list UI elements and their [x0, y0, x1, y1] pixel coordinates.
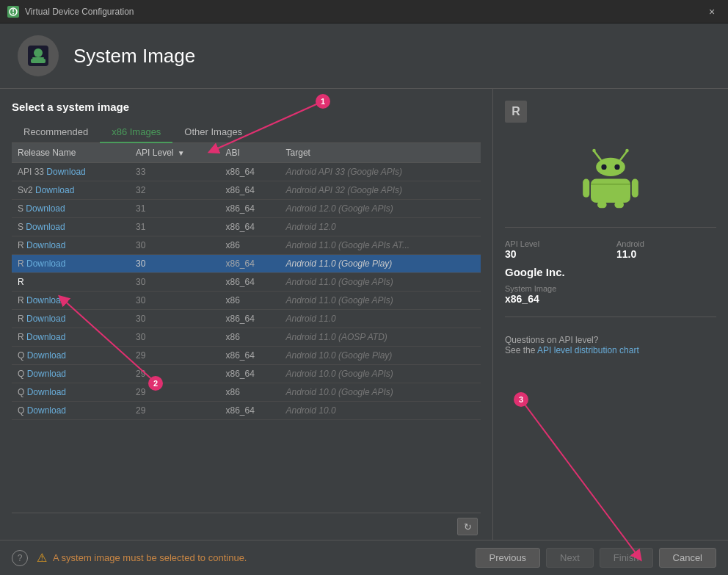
download-link[interactable]: Download — [27, 369, 66, 379]
cell-release: R Download — [12, 310, 130, 328]
app-icon — [7, 6, 19, 18]
cell-release: S Download — [12, 200, 130, 218]
cell-target: Android 11.0 (Google Play) — [280, 255, 481, 273]
download-link[interactable]: Download — [26, 240, 65, 250]
cell-target: Android 11.0 (Google APIs) — [280, 292, 481, 310]
table-row[interactable]: Q Download 29 x86 Android 10.0 (Google A… — [12, 383, 481, 402]
cell-release: Q Download — [12, 365, 130, 383]
cell-abi: x86 — [220, 292, 280, 310]
app-logo — [18, 35, 59, 76]
close-button[interactable]: × — [703, 3, 721, 21]
cell-target: Android 12.0 (Google APIs) — [280, 200, 481, 218]
download-link[interactable]: Download — [27, 405, 66, 416]
main-content: Select a system image Recommended x86 Im… — [0, 89, 728, 540]
annotation-3: 3 — [514, 392, 528, 407]
cell-api: 30 — [130, 255, 219, 273]
table-header-row: Release Name API Level ▼ ABI Target — [12, 143, 481, 163]
cell-api: 31 — [130, 218, 219, 236]
cell-abi: x86_64 — [220, 310, 280, 328]
svg-line-7 — [594, 151, 601, 160]
vendor-label: Google Inc. — [505, 266, 716, 278]
cell-target: Android 11.0 (Google APIs) — [280, 273, 481, 292]
release-badge: R — [505, 101, 527, 123]
window-title: Virtual Device Configuration — [25, 7, 134, 17]
table-row[interactable]: Sv2 Download 32 x86_64 Android API 32 (G… — [12, 181, 481, 200]
tab-x86-images[interactable]: x86 Images — [100, 122, 172, 143]
sort-icon: ▼ — [178, 149, 185, 157]
cell-api: 29 — [130, 383, 219, 402]
svg-rect-16 — [632, 179, 638, 198]
download-link[interactable]: Download — [27, 350, 66, 361]
table-row[interactable]: Q Download 29 x86_64 Android 10.0 — [12, 402, 481, 420]
download-link[interactable]: Download — [46, 167, 85, 177]
annotation-2: 2 — [148, 376, 163, 391]
cell-abi: x86_64 — [220, 181, 280, 200]
divider-1 — [505, 227, 716, 228]
cell-target: Android API 33 (Google APIs) — [280, 163, 481, 181]
table-row[interactable]: S Download 31 x86_64 Android 12.0 — [12, 218, 481, 236]
api-question: Questions on API level? See the API leve… — [505, 335, 716, 355]
download-link[interactable]: Download — [27, 387, 66, 397]
svg-rect-18 — [614, 201, 624, 208]
tab-recommended[interactable]: Recommended — [12, 122, 100, 143]
cell-target: Android API 32 (Google APIs) — [280, 181, 481, 200]
cell-abi: x86 — [220, 236, 280, 255]
download-link[interactable]: Download — [26, 258, 65, 269]
cell-target: Android 10.0 (Google APIs) — [280, 365, 481, 383]
table-row[interactable]: Q Download 29 x86_64 Android 10.0 (Googl… — [12, 347, 481, 365]
cell-release: R Download — [12, 236, 130, 255]
cancel-button[interactable]: Cancel — [659, 548, 716, 568]
previous-button[interactable]: Previous — [476, 548, 541, 568]
cell-abi: x86_64 — [220, 218, 280, 236]
col-release-name: Release Name — [12, 143, 130, 163]
table-row[interactable]: R Download 30 x86_64 Android 11.0 (Googl… — [12, 255, 481, 273]
warning-icon: ⚠ — [37, 551, 47, 565]
download-link[interactable]: Download — [26, 203, 65, 214]
android-robot-image — [505, 143, 716, 209]
download-link[interactable]: Download — [26, 332, 65, 342]
download-link[interactable]: Download — [35, 185, 74, 195]
next-button[interactable]: Next — [546, 548, 594, 568]
title-bar-left: Virtual Device Configuration — [7, 6, 134, 18]
cell-abi: x86_64 — [220, 200, 280, 218]
api-chart-link[interactable]: API level distribution chart — [537, 345, 639, 355]
svg-rect-15 — [583, 179, 589, 198]
cell-api: 30 — [130, 236, 219, 255]
system-image-label: System Image x86_64 — [505, 284, 605, 305]
col-abi: ABI — [220, 143, 280, 163]
cell-abi: x86_64 — [220, 402, 280, 420]
tab-other-images[interactable]: Other Images — [172, 122, 254, 143]
android-version-label: Android 11.0 — [616, 239, 716, 260]
download-link[interactable]: Download — [26, 295, 65, 305]
download-link[interactable]: Download — [26, 314, 65, 324]
table-row[interactable]: R 30 x86_64 Android 11.0 (Google APIs) — [12, 273, 481, 292]
system-image-table-wrapper: Release Name API Level ▼ ABI Target API … — [12, 143, 481, 513]
table-row[interactable]: Q Download 29 x86_64 Android 10.0 (Googl… — [12, 365, 481, 383]
col-api-level[interactable]: API Level ▼ — [130, 143, 219, 163]
cell-abi: x86 — [220, 328, 280, 347]
header: System Image — [0, 23, 728, 89]
cell-api: 30 — [130, 310, 219, 328]
table-row[interactable]: API 33 Download 33 x86_64 Android API 33… — [12, 163, 481, 181]
table-body: API 33 Download 33 x86_64 Android API 33… — [12, 163, 481, 420]
cell-abi: x86 — [220, 383, 280, 402]
table-row[interactable]: S Download 31 x86_64 Android 12.0 (Googl… — [12, 200, 481, 218]
cell-api: 33 — [130, 163, 219, 181]
refresh-button[interactable]: ↻ — [457, 518, 478, 535]
cell-abi: x86_64 — [220, 163, 280, 181]
svg-point-8 — [592, 149, 596, 153]
table-row[interactable]: R Download 30 x86 Android 11.0 (AOSP ATD… — [12, 328, 481, 347]
cell-target: Android 10.0 (Google Play) — [280, 347, 481, 365]
help-button[interactable]: ? — [12, 550, 28, 566]
table-row[interactable]: R Download 30 x86 Android 11.0 (Google A… — [12, 236, 481, 255]
table-row[interactable]: R Download 30 x86_64 Android 11.0 — [12, 310, 481, 328]
svg-rect-6 — [31, 59, 46, 63]
cell-api: 31 — [130, 200, 219, 218]
bottom-bar: ? ⚠ A system image must be selected to c… — [0, 540, 728, 575]
bottom-buttons: Previous Next Finish Cancel — [476, 548, 716, 568]
download-link[interactable]: Download — [26, 222, 65, 232]
cell-release: R Download — [12, 255, 130, 273]
finish-button[interactable]: Finish — [600, 548, 653, 568]
cell-abi: x86_64 — [220, 347, 280, 365]
table-row[interactable]: R Download 30 x86 Android 11.0 (Google A… — [12, 292, 481, 310]
